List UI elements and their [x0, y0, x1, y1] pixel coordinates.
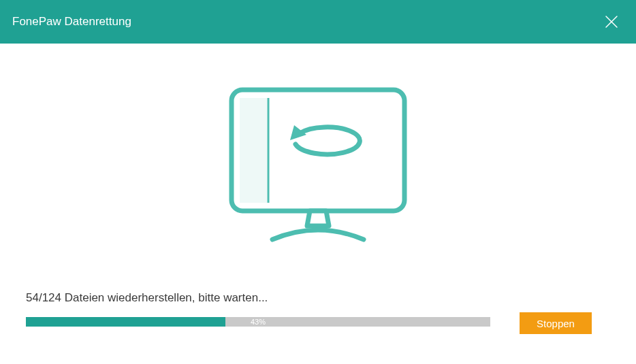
stop-button[interactable]: Stoppen	[520, 312, 592, 334]
app-title: FonePaw Datenrettung	[12, 15, 131, 29]
progress-bar-fill	[26, 317, 225, 327]
title-bar: FonePaw Datenrettung	[0, 0, 636, 44]
main-content: 54/124 Dateien wiederherstellen, bitte w…	[0, 44, 636, 364]
svg-rect-3	[240, 98, 267, 203]
progress-percent-label: 43%	[251, 318, 266, 326]
close-button[interactable]	[602, 12, 621, 31]
progress-bar: 43%	[26, 317, 490, 327]
monitor-loading-graphic	[219, 84, 417, 248]
status-text: 54/124 Dateien wiederherstellen, bitte w…	[26, 291, 268, 305]
close-icon	[605, 15, 618, 29]
